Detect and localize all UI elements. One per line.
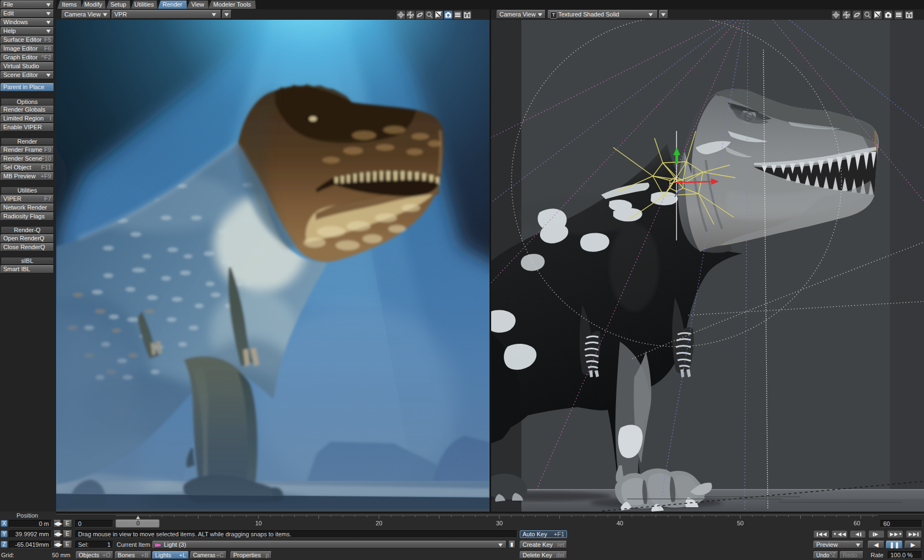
svg-text:40: 40	[617, 520, 623, 526]
svg-text:30: 30	[496, 520, 503, 526]
svg-text:50: 50	[737, 520, 744, 526]
svg-text:0: 0	[136, 520, 140, 526]
svg-text:20: 20	[376, 520, 382, 526]
svg-text:10: 10	[255, 520, 262, 526]
svg-text:60: 60	[854, 520, 860, 526]
